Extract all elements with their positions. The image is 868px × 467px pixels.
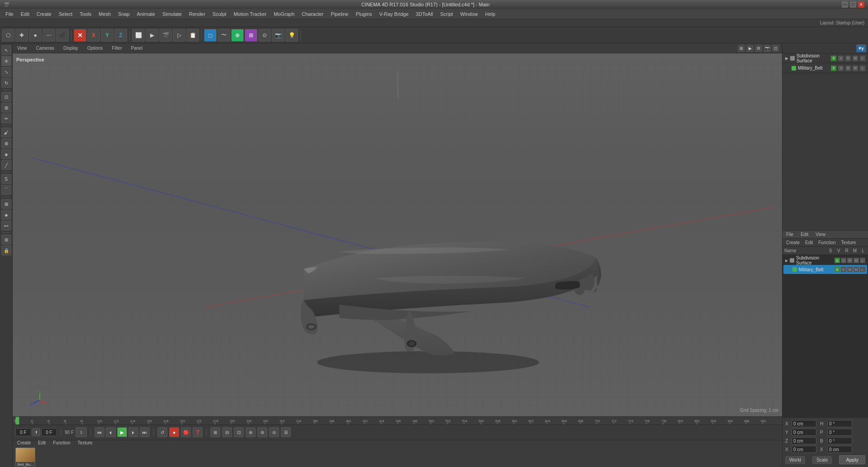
material-tool[interactable]: ◈ [1, 210, 11, 220]
subdiv-icon-1[interactable]: S [831, 56, 836, 61]
texture-mode-button[interactable]: ✚ [15, 29, 28, 42]
texture-tool[interactable]: ⊠ [1, 199, 11, 209]
menu-help[interactable]: Help [482, 10, 499, 18]
timeline-mode-4[interactable]: ⊛ [246, 427, 256, 437]
key-button[interactable]: ❓ [193, 427, 203, 437]
poly-mode-button[interactable]: ⬛ [56, 29, 69, 42]
magnet-tool[interactable]: S [1, 174, 11, 184]
python-button[interactable]: Py [856, 44, 866, 52]
scale-mode-button[interactable]: Scale [812, 456, 832, 464]
menu-window[interactable]: Window [456, 10, 481, 18]
menu-pipeline[interactable]: Pipeline [327, 10, 352, 18]
vp-menu-display[interactable]: Display [62, 45, 80, 52]
scale-x-input[interactable] [792, 446, 816, 453]
obj-s-icon[interactable]: S [835, 258, 840, 263]
obj-toolbar-function[interactable]: Function [816, 240, 837, 245]
object-spline-button[interactable]: 〜 [218, 29, 230, 42]
menu-file[interactable]: File [2, 10, 17, 18]
table-row[interactable]: Military_Belt S V R M L [783, 265, 867, 274]
rotate-tool[interactable]: ↻ [1, 78, 11, 88]
loop-button[interactable]: ↺ [157, 427, 167, 437]
vp-menu-panel[interactable]: Panel [129, 45, 145, 52]
obj-belt-v-icon[interactable]: V [841, 267, 846, 272]
obj-belt-l-icon[interactable]: L [860, 267, 865, 272]
view-tool[interactable]: ⊞ [1, 103, 11, 113]
h-rotation-input[interactable] [827, 420, 852, 427]
material-item-belt[interactable]: Belt_Bu... [15, 448, 35, 467]
mat-texture-menu[interactable]: Texture [76, 440, 95, 446]
z-position-input[interactable] [792, 437, 816, 444]
add-to-render-queue[interactable]: 📋 [186, 29, 199, 42]
obj-belt-r-icon[interactable]: R [847, 267, 853, 272]
object-deformer-button[interactable]: ⊞ [245, 29, 257, 42]
object-effector-button[interactable]: ⊙ [258, 29, 271, 42]
render-preview-button[interactable]: ▷ [173, 29, 185, 42]
subdiv-icon-2[interactable]: V [838, 56, 844, 61]
menu-animate[interactable]: Animate [133, 10, 159, 18]
selection-tool[interactable]: ↖ [1, 45, 11, 55]
y-axis-button[interactable]: Y [101, 29, 114, 42]
obj-v-icon[interactable]: V [841, 258, 846, 263]
vp-menu-view[interactable]: View [15, 45, 29, 52]
vp-camera-icon[interactable]: 📷 [764, 45, 771, 52]
go-to-end-button[interactable]: ⏭ [140, 427, 150, 437]
viewport[interactable]: Perspective Grid Spacing: 1 cm X Y Z [13, 53, 782, 416]
obj-r-icon[interactable]: R [847, 258, 853, 263]
menu-simulate[interactable]: Simulate [159, 10, 185, 18]
belt-icon-4[interactable]: M [853, 66, 858, 71]
vp-render-icon[interactable]: ▶ [746, 45, 754, 52]
mat-create-menu[interactable]: Create [15, 440, 33, 446]
y-position-input[interactable] [792, 429, 816, 436]
menu-script[interactable]: Script [436, 10, 456, 18]
timeline-mode-6[interactable]: ⊝ [269, 427, 279, 437]
belt-icon-5[interactable]: L [860, 66, 865, 71]
snap-tool[interactable]: 🔒 [1, 245, 11, 255]
obj-toolbar-create[interactable]: Create [784, 240, 802, 245]
obj-view-menu[interactable]: View [814, 231, 827, 237]
belt-icon-2[interactable]: V [838, 66, 844, 71]
timeline-mode-1[interactable]: ⊞ [210, 427, 220, 437]
object-generator-button[interactable]: ⊕ [231, 29, 244, 42]
step-back-button[interactable]: ⏴ [106, 427, 116, 437]
obj-l-icon[interactable]: L [860, 258, 865, 263]
scale-x-right-input[interactable] [827, 446, 852, 453]
mat-function-menu[interactable]: Function [51, 440, 72, 446]
vp-settings-icon[interactable]: ⚙ [755, 45, 762, 52]
apply-button[interactable]: Apply [839, 455, 865, 464]
menu-create[interactable]: Create [33, 10, 55, 18]
menu-render[interactable]: Render [185, 10, 209, 18]
menu-edit[interactable]: Edit [17, 10, 33, 18]
x-axis-button[interactable]: X [87, 29, 100, 42]
x-position-input[interactable] [792, 420, 816, 427]
render-button[interactable]: 🎬 [159, 29, 172, 42]
timeline-mode-3[interactable]: ⊡ [234, 427, 244, 437]
obj-toolbar-texture[interactable]: Texture [840, 240, 858, 245]
vp-layout-icon[interactable]: ⊡ [772, 45, 779, 52]
table-row[interactable]: ▶ Subdivision Surface S V R M L [783, 256, 867, 265]
timeline-mode-2[interactable]: ⊟ [222, 427, 232, 437]
line-cut-tool[interactable]: ╱ [1, 160, 11, 170]
vp-menu-cameras[interactable]: Cameras [34, 45, 57, 52]
obj-toolbar-edit[interactable]: Edit [803, 240, 815, 245]
menu-3dtoall[interactable]: 3DToAll [412, 10, 436, 18]
timeline-mode-7[interactable]: ☰ [281, 427, 291, 437]
edge-mode-button[interactable]: ⋯ [43, 29, 55, 42]
point-mode-button[interactable]: ● [29, 29, 42, 42]
rigging-tool[interactable]: ⊷ [1, 221, 11, 231]
menu-vray-bridge[interactable]: V-Ray Bridge [376, 10, 413, 18]
world-mode-button[interactable]: World [785, 456, 805, 464]
belt-icon-1[interactable]: S [831, 66, 836, 71]
scale-tool[interactable]: ⤡ [1, 67, 11, 77]
vp-menu-options[interactable]: Options [85, 45, 104, 52]
fps-field[interactable]: 1 [76, 427, 87, 437]
play-button[interactable]: ▶ [117, 427, 127, 437]
obj-belt-s-icon[interactable]: S [835, 267, 840, 272]
menu-tools[interactable]: Tools [76, 10, 95, 18]
auto-key-button[interactable]: 🔴 [181, 427, 191, 437]
maximize-button[interactable]: □ [850, 1, 856, 8]
render-viewport-button[interactable]: ▶ [146, 29, 158, 42]
vp-maximize-icon[interactable]: ⊞ [738, 45, 745, 52]
grid-tool[interactable]: ⊞ [1, 235, 11, 245]
menu-plugins[interactable]: Plugins [352, 10, 375, 18]
bevel-tool[interactable]: ◈ [1, 149, 11, 159]
